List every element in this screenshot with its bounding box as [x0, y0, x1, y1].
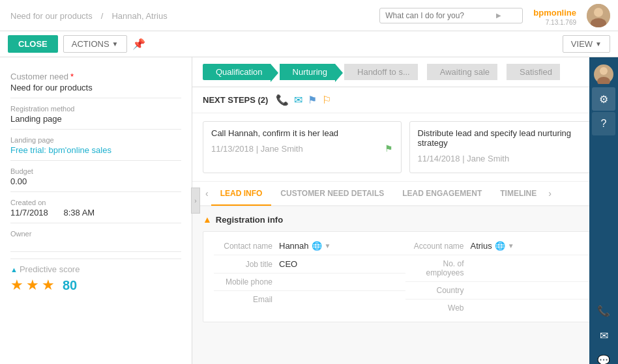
- bookmark-action-icon[interactable]: ⚐: [322, 94, 331, 106]
- section-collapse-icon[interactable]: ▲: [203, 214, 212, 225]
- avatar: [587, 4, 610, 27]
- form-row-job: Job title CEO: [214, 255, 405, 273]
- account-name-value: Atrius: [471, 241, 492, 251]
- budget-value: 0.00: [10, 176, 181, 192]
- form-grid: Contact name Hannah 🌐 ▼ Job title CEO: [203, 231, 608, 322]
- form-row-contact: Contact name Hannah 🌐 ▼: [214, 237, 405, 255]
- view-button[interactable]: VIEW ▼: [563, 35, 610, 53]
- score-number: 80: [63, 278, 77, 293]
- close-button[interactable]: CLOSE: [8, 35, 58, 53]
- predictive-score: ★ ★ ★ 80: [10, 277, 181, 294]
- next-steps-header: NEXT STEPS (2) 📞 ✉ ⚑ ⚐ ∧: [192, 87, 618, 113]
- section-title: Registration info: [216, 215, 283, 225]
- tab-lead-info[interactable]: LEAD INFO: [211, 182, 272, 206]
- form-row-web: Web: [405, 300, 597, 316]
- form-row-country: Country: [405, 282, 597, 300]
- tabs-prev-icon[interactable]: ‹: [203, 182, 211, 205]
- phone-action-icon[interactable]: 📞: [276, 94, 289, 106]
- phone-sidebar-icon[interactable]: 📞: [592, 299, 615, 322]
- stage-handoff[interactable]: Handoff to s...: [344, 64, 418, 80]
- tab-timeline[interactable]: TIMELINE: [491, 182, 546, 206]
- form-row-account: Account name Atrius 🌐 ▼: [405, 237, 597, 255]
- chat-sidebar-icon[interactable]: 💬: [592, 348, 615, 364]
- tab-customer-need-details[interactable]: CUSTOMER NEED DETAILS: [271, 182, 393, 206]
- avatar-sidebar: [592, 63, 615, 86]
- stage-satisfied[interactable]: Satisfied: [507, 64, 560, 80]
- account-chevron-icon[interactable]: ▼: [508, 242, 514, 249]
- star-2: ★: [26, 277, 39, 294]
- mail-sidebar-icon[interactable]: ✉: [592, 324, 615, 347]
- card-1: Call Hannah, confirm it is her lead 11/1…: [203, 121, 402, 173]
- landing-page-value[interactable]: Free trial: bpm'online sales: [10, 145, 181, 161]
- card-1-text: Call Hannah, confirm it is her lead: [211, 128, 393, 138]
- action-icons: 📞 ✉ ⚑ ⚐: [276, 94, 331, 106]
- contact-name-value: Hannah: [279, 241, 309, 251]
- card-2: Distribute lead and specify lead nurturi…: [409, 121, 608, 173]
- registration-method-value: Landing page: [10, 114, 181, 130]
- search-arrow-icon: ▶: [496, 12, 501, 19]
- next-steps-title: NEXT STEPS (2): [203, 95, 268, 105]
- stage-nurturing[interactable]: Nurturing: [280, 64, 335, 80]
- left-panel: Customer need * Need for our products Re…: [0, 57, 192, 364]
- lead-info-section: ▲ Registration info Contact name Hannah …: [192, 206, 618, 330]
- card-2-date: 11/14/2018 | Jane Smith: [418, 154, 510, 163]
- chevron-down-icon: ▼: [112, 40, 119, 48]
- card-2-text: Distribute lead and specify lead nurturi…: [418, 128, 600, 148]
- search-input[interactable]: [385, 11, 496, 20]
- stage-qualification[interactable]: Qualification: [203, 64, 271, 80]
- actions-button[interactable]: ACTIONS ▼: [63, 35, 127, 53]
- tabs-next-icon[interactable]: ›: [546, 182, 554, 205]
- pin-icon[interactable]: 📌: [132, 38, 145, 50]
- star-3: ★: [42, 277, 55, 294]
- email-action-icon[interactable]: ✉: [294, 94, 302, 106]
- stage-awaiting[interactable]: Awaiting sale: [427, 64, 497, 80]
- svg-point-4: [600, 67, 608, 75]
- created-on-value: 11/7/2018 8:38 AM: [10, 208, 181, 223]
- flag-action-icon[interactable]: ⚑: [308, 94, 317, 106]
- collapse-panel-button[interactable]: ›: [191, 188, 200, 214]
- customer-need-value: Need for our products: [10, 83, 181, 98]
- contact-globe-icon[interactable]: 🌐: [312, 241, 322, 251]
- brand-area: bpmonline 7.13.1.769: [533, 5, 576, 26]
- card-1-flag-icon: ⚑: [385, 143, 393, 154]
- owner-value: [10, 239, 181, 252]
- search-bar[interactable]: ▶: [379, 8, 523, 23]
- svg-point-1: [594, 8, 603, 17]
- gear-icon[interactable]: ⚙: [592, 87, 615, 111]
- right-sidebar: ⚙ ? 📞 ✉ 💬 🔔 2 📋: [589, 57, 618, 364]
- stage-bar: Qualification Nurturing Handoff to s... …: [192, 57, 618, 87]
- tabs-bar: ‹ LEAD INFO CUSTOMER NEED DETAILS LEAD E…: [192, 182, 618, 206]
- job-title-value: CEO: [279, 259, 297, 269]
- toolbar: CLOSE ACTIONS ▼ 📌 VIEW ▼: [0, 31, 618, 57]
- star-1: ★: [10, 277, 23, 294]
- card-1-date: 11/13/2018 | Jane Smith: [211, 144, 303, 154]
- form-row-email: Email: [214, 291, 405, 308]
- contact-chevron-icon[interactable]: ▼: [325, 242, 331, 249]
- right-panel: Qualification Nurturing Handoff to s... …: [192, 57, 618, 364]
- form-row-employees: No. of employees: [405, 255, 597, 282]
- cards-row: Call Hannah, confirm it is her lead 11/1…: [192, 113, 618, 182]
- form-row-mobile: Mobile phone: [214, 273, 405, 291]
- chevron-down-icon: ▼: [595, 40, 602, 48]
- account-globe-icon[interactable]: 🌐: [495, 241, 505, 251]
- question-icon[interactable]: ?: [592, 112, 615, 135]
- tab-lead-engagement[interactable]: LEAD ENGAGEMENT: [393, 182, 491, 206]
- page-title: Need for our products / Hannah, Atrius: [8, 8, 379, 22]
